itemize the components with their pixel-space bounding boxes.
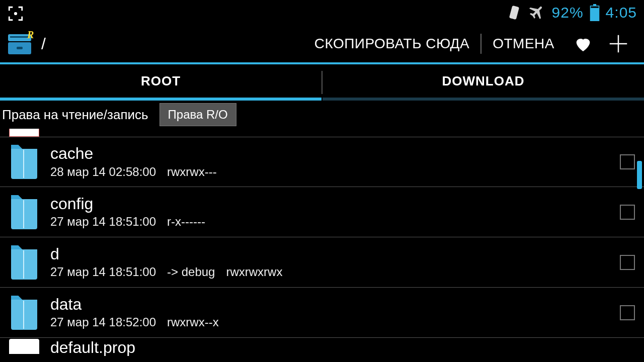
add-button[interactable] (601, 29, 636, 59)
vibrate-icon (506, 4, 523, 21)
svg-rect-15 (23, 301, 24, 329)
status-bar: 92% 4:05 (0, 0, 644, 25)
battery-icon (590, 4, 600, 21)
focus-frame-icon (7, 5, 24, 22)
plus-icon (607, 32, 630, 55)
airplane-mode-icon (529, 4, 546, 21)
select-checkbox[interactable] (620, 154, 635, 169)
file-symlink-target: -> debug (167, 265, 215, 279)
action-bar: R / СКОПИРОВАТЬ СЮДА ОТМЕНА (0, 25, 644, 64)
copy-here-button[interactable]: СКОПИРОВАТЬ СЮДА (303, 32, 481, 56)
file-name: default.prop (50, 339, 635, 356)
file-name: config (50, 195, 620, 213)
select-checkbox[interactable] (620, 305, 635, 320)
select-checkbox[interactable] (620, 205, 635, 220)
file-date: 27 мар 14 18:51:00 (50, 265, 156, 279)
folder-icon (9, 193, 39, 231)
file-name: data (50, 296, 620, 313)
app-icon[interactable]: R (5, 29, 34, 58)
cancel-button[interactable]: ОТМЕНА (481, 32, 566, 56)
file-permissions: rwxrwxrwx (226, 265, 282, 279)
svg-text:R: R (27, 29, 34, 40)
mount-bar: Права на чтение/запись Права R/O (0, 101, 644, 129)
svg-point-0 (15, 13, 16, 14)
scrollbar-thumb[interactable] (637, 161, 642, 189)
file-date: 28 мар 14 02:58:00 (50, 165, 156, 179)
current-path[interactable]: / (41, 35, 46, 53)
tab-bar: ROOT DOWNLOAD (0, 64, 644, 101)
list-item[interactable]: config 27 мар 14 18:51:00 r-x------ (0, 187, 644, 237)
tab-root[interactable]: ROOT (0, 64, 321, 101)
svg-rect-12 (23, 150, 24, 178)
clock: 4:05 (606, 4, 637, 21)
tab-download[interactable]: DOWNLOAD (323, 64, 644, 101)
list-item[interactable]: data 27 мар 14 18:52:00 rwxrwx--x (0, 288, 644, 338)
file-permissions: rwxrwx--x (167, 315, 219, 329)
favorite-button[interactable] (566, 29, 601, 59)
file-name: d (50, 245, 620, 263)
select-checkbox[interactable] (620, 255, 635, 270)
folder-icon (9, 143, 39, 181)
list-item[interactable]: default.prop (0, 338, 644, 356)
heart-icon (573, 34, 593, 54)
file-date: 27 мар 14 18:51:00 (50, 215, 156, 229)
battery-percent: 92% (552, 4, 584, 21)
mount-status-label: Права на чтение/запись (2, 107, 148, 123)
svg-rect-7 (10, 36, 29, 38)
svg-rect-4 (591, 7, 598, 8)
file-list[interactable]: cache 28 мар 14 02:58:00 rwxrwx--- confi… (0, 137, 644, 356)
list-item[interactable]: d 27 мар 14 18:51:00 -> debug rwxrwxrwx (0, 237, 644, 288)
file-date: 27 мар 14 18:52:00 (50, 315, 156, 329)
file-permissions: r-x------ (167, 215, 205, 229)
svg-rect-14 (23, 250, 24, 279)
folder-icon (9, 243, 39, 282)
svg-rect-1 (509, 6, 519, 20)
file-name: cache (50, 145, 620, 162)
svg-rect-13 (23, 200, 24, 228)
svg-rect-2 (593, 4, 596, 6)
folder-icon (9, 294, 39, 332)
file-icon (9, 339, 39, 354)
svg-rect-8 (17, 47, 23, 49)
list-item[interactable]: cache 28 мар 14 02:58:00 rwxrwx--- (0, 137, 644, 187)
partial-previous-row (9, 129, 39, 137)
file-permissions: rwxrwx--- (167, 165, 217, 179)
mount-toggle-button[interactable]: Права R/O (159, 103, 236, 126)
